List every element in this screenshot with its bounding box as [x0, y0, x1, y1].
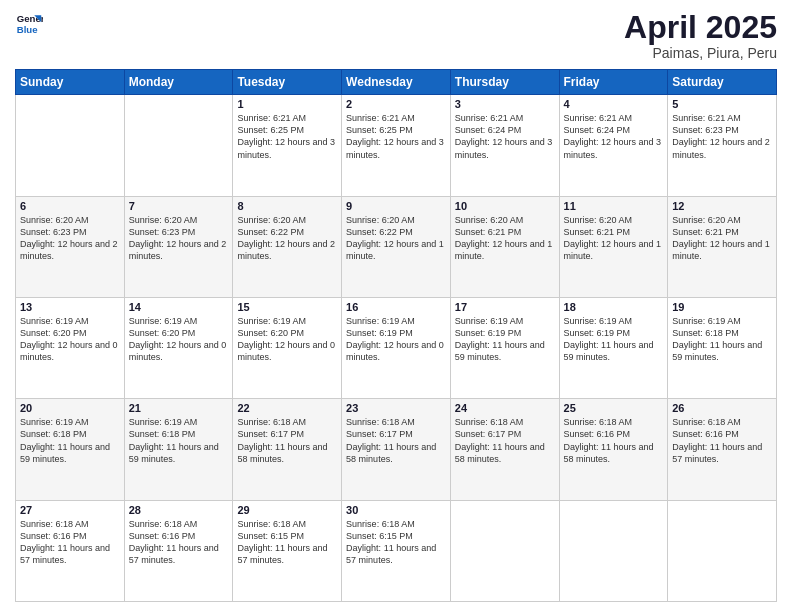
- day-number: 24: [455, 402, 555, 414]
- weekday-header-wednesday: Wednesday: [342, 70, 451, 95]
- day-number: 28: [129, 504, 229, 516]
- calendar-cell: 27Sunrise: 6:18 AM Sunset: 6:16 PM Dayli…: [16, 500, 125, 601]
- day-number: 14: [129, 301, 229, 313]
- calendar-cell: 8Sunrise: 6:20 AM Sunset: 6:22 PM Daylig…: [233, 196, 342, 297]
- day-info: Sunrise: 6:20 AM Sunset: 6:22 PM Dayligh…: [346, 214, 446, 263]
- day-info: Sunrise: 6:19 AM Sunset: 6:18 PM Dayligh…: [129, 416, 229, 465]
- day-number: 11: [564, 200, 664, 212]
- day-number: 12: [672, 200, 772, 212]
- calendar-cell: 18Sunrise: 6:19 AM Sunset: 6:19 PM Dayli…: [559, 297, 668, 398]
- calendar-cell: 29Sunrise: 6:18 AM Sunset: 6:15 PM Dayli…: [233, 500, 342, 601]
- day-number: 19: [672, 301, 772, 313]
- day-info: Sunrise: 6:21 AM Sunset: 6:24 PM Dayligh…: [455, 112, 555, 161]
- calendar-cell: 7Sunrise: 6:20 AM Sunset: 6:23 PM Daylig…: [124, 196, 233, 297]
- day-number: 3: [455, 98, 555, 110]
- calendar-cell: 26Sunrise: 6:18 AM Sunset: 6:16 PM Dayli…: [668, 399, 777, 500]
- weekday-header-friday: Friday: [559, 70, 668, 95]
- calendar-cell: [450, 500, 559, 601]
- day-info: Sunrise: 6:18 AM Sunset: 6:16 PM Dayligh…: [672, 416, 772, 465]
- calendar-cell: 10Sunrise: 6:20 AM Sunset: 6:21 PM Dayli…: [450, 196, 559, 297]
- calendar-cell: 28Sunrise: 6:18 AM Sunset: 6:16 PM Dayli…: [124, 500, 233, 601]
- day-number: 23: [346, 402, 446, 414]
- day-info: Sunrise: 6:20 AM Sunset: 6:22 PM Dayligh…: [237, 214, 337, 263]
- day-number: 30: [346, 504, 446, 516]
- day-info: Sunrise: 6:20 AM Sunset: 6:21 PM Dayligh…: [455, 214, 555, 263]
- day-info: Sunrise: 6:18 AM Sunset: 6:15 PM Dayligh…: [237, 518, 337, 567]
- week-row-3: 20Sunrise: 6:19 AM Sunset: 6:18 PM Dayli…: [16, 399, 777, 500]
- day-number: 21: [129, 402, 229, 414]
- calendar-cell: 19Sunrise: 6:19 AM Sunset: 6:18 PM Dayli…: [668, 297, 777, 398]
- calendar-table: SundayMondayTuesdayWednesdayThursdayFrid…: [15, 69, 777, 602]
- day-number: 1: [237, 98, 337, 110]
- calendar-cell: 17Sunrise: 6:19 AM Sunset: 6:19 PM Dayli…: [450, 297, 559, 398]
- weekday-header-row: SundayMondayTuesdayWednesdayThursdayFrid…: [16, 70, 777, 95]
- weekday-header-monday: Monday: [124, 70, 233, 95]
- day-info: Sunrise: 6:19 AM Sunset: 6:20 PM Dayligh…: [237, 315, 337, 364]
- day-info: Sunrise: 6:19 AM Sunset: 6:19 PM Dayligh…: [564, 315, 664, 364]
- day-number: 16: [346, 301, 446, 313]
- calendar-cell: 21Sunrise: 6:19 AM Sunset: 6:18 PM Dayli…: [124, 399, 233, 500]
- day-number: 10: [455, 200, 555, 212]
- day-number: 17: [455, 301, 555, 313]
- calendar-cell: 20Sunrise: 6:19 AM Sunset: 6:18 PM Dayli…: [16, 399, 125, 500]
- day-info: Sunrise: 6:21 AM Sunset: 6:25 PM Dayligh…: [346, 112, 446, 161]
- day-number: 5: [672, 98, 772, 110]
- day-info: Sunrise: 6:18 AM Sunset: 6:16 PM Dayligh…: [564, 416, 664, 465]
- calendar-cell: 9Sunrise: 6:20 AM Sunset: 6:22 PM Daylig…: [342, 196, 451, 297]
- weekday-header-tuesday: Tuesday: [233, 70, 342, 95]
- day-info: Sunrise: 6:20 AM Sunset: 6:23 PM Dayligh…: [20, 214, 120, 263]
- day-number: 7: [129, 200, 229, 212]
- day-info: Sunrise: 6:19 AM Sunset: 6:18 PM Dayligh…: [672, 315, 772, 364]
- day-info: Sunrise: 6:20 AM Sunset: 6:21 PM Dayligh…: [672, 214, 772, 263]
- day-number: 9: [346, 200, 446, 212]
- calendar-cell: 1Sunrise: 6:21 AM Sunset: 6:25 PM Daylig…: [233, 95, 342, 196]
- day-number: 18: [564, 301, 664, 313]
- title-block: April 2025 Paimas, Piura, Peru: [624, 10, 777, 61]
- day-info: Sunrise: 6:20 AM Sunset: 6:23 PM Dayligh…: [129, 214, 229, 263]
- week-row-4: 27Sunrise: 6:18 AM Sunset: 6:16 PM Dayli…: [16, 500, 777, 601]
- day-number: 6: [20, 200, 120, 212]
- calendar-cell: 2Sunrise: 6:21 AM Sunset: 6:25 PM Daylig…: [342, 95, 451, 196]
- calendar-cell: [559, 500, 668, 601]
- day-number: 13: [20, 301, 120, 313]
- logo-icon: General Blue: [15, 10, 43, 38]
- day-number: 8: [237, 200, 337, 212]
- day-info: Sunrise: 6:18 AM Sunset: 6:15 PM Dayligh…: [346, 518, 446, 567]
- day-number: 27: [20, 504, 120, 516]
- calendar-cell: 24Sunrise: 6:18 AM Sunset: 6:17 PM Dayli…: [450, 399, 559, 500]
- day-info: Sunrise: 6:19 AM Sunset: 6:20 PM Dayligh…: [20, 315, 120, 364]
- day-number: 29: [237, 504, 337, 516]
- week-row-1: 6Sunrise: 6:20 AM Sunset: 6:23 PM Daylig…: [16, 196, 777, 297]
- calendar-title: April 2025: [624, 10, 777, 45]
- day-number: 15: [237, 301, 337, 313]
- calendar-subtitle: Paimas, Piura, Peru: [624, 45, 777, 61]
- calendar-cell: 23Sunrise: 6:18 AM Sunset: 6:17 PM Dayli…: [342, 399, 451, 500]
- day-info: Sunrise: 6:21 AM Sunset: 6:25 PM Dayligh…: [237, 112, 337, 161]
- header: General Blue April 2025 Paimas, Piura, P…: [15, 10, 777, 61]
- day-info: Sunrise: 6:18 AM Sunset: 6:17 PM Dayligh…: [455, 416, 555, 465]
- calendar-cell: 6Sunrise: 6:20 AM Sunset: 6:23 PM Daylig…: [16, 196, 125, 297]
- day-number: 25: [564, 402, 664, 414]
- day-number: 22: [237, 402, 337, 414]
- day-info: Sunrise: 6:19 AM Sunset: 6:19 PM Dayligh…: [346, 315, 446, 364]
- day-info: Sunrise: 6:19 AM Sunset: 6:19 PM Dayligh…: [455, 315, 555, 364]
- calendar-cell: 30Sunrise: 6:18 AM Sunset: 6:15 PM Dayli…: [342, 500, 451, 601]
- logo: General Blue: [15, 10, 43, 38]
- day-info: Sunrise: 6:21 AM Sunset: 6:23 PM Dayligh…: [672, 112, 772, 161]
- day-info: Sunrise: 6:18 AM Sunset: 6:17 PM Dayligh…: [346, 416, 446, 465]
- day-number: 20: [20, 402, 120, 414]
- calendar-cell: 25Sunrise: 6:18 AM Sunset: 6:16 PM Dayli…: [559, 399, 668, 500]
- day-number: 26: [672, 402, 772, 414]
- calendar-cell: 12Sunrise: 6:20 AM Sunset: 6:21 PM Dayli…: [668, 196, 777, 297]
- calendar-cell: 3Sunrise: 6:21 AM Sunset: 6:24 PM Daylig…: [450, 95, 559, 196]
- calendar-cell: 14Sunrise: 6:19 AM Sunset: 6:20 PM Dayli…: [124, 297, 233, 398]
- weekday-header-saturday: Saturday: [668, 70, 777, 95]
- day-number: 2: [346, 98, 446, 110]
- week-row-2: 13Sunrise: 6:19 AM Sunset: 6:20 PM Dayli…: [16, 297, 777, 398]
- weekday-header-sunday: Sunday: [16, 70, 125, 95]
- calendar-cell: [124, 95, 233, 196]
- calendar-cell: 4Sunrise: 6:21 AM Sunset: 6:24 PM Daylig…: [559, 95, 668, 196]
- calendar-cell: [668, 500, 777, 601]
- day-info: Sunrise: 6:18 AM Sunset: 6:16 PM Dayligh…: [129, 518, 229, 567]
- day-info: Sunrise: 6:18 AM Sunset: 6:16 PM Dayligh…: [20, 518, 120, 567]
